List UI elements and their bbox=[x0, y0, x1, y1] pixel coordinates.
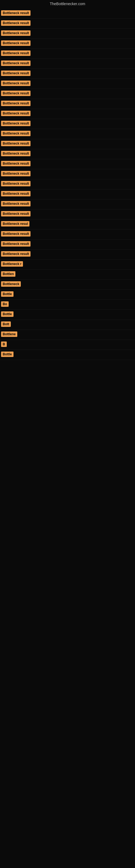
bottleneck-row: Bottleneck resul bbox=[0, 219, 135, 229]
bottleneck-badge[interactable]: Bottleneck result bbox=[1, 191, 31, 196]
bottleneck-row: Bottleneck result bbox=[0, 39, 135, 49]
bottleneck-badge[interactable]: Bottleneck result bbox=[1, 91, 31, 96]
bottleneck-row: Bottleneck result bbox=[0, 49, 135, 59]
bottleneck-row: Bottleneck result bbox=[0, 109, 135, 119]
bottleneck-badge[interactable]: Bottleneck result bbox=[1, 201, 31, 207]
bottleneck-row: Bottleneck result bbox=[0, 199, 135, 209]
bottleneck-row: B bbox=[0, 340, 135, 350]
bottleneck-badge[interactable]: Bottleneck result bbox=[1, 171, 31, 176]
bottleneck-row: Bottleneck result bbox=[0, 139, 135, 149]
bottleneck-row: Bottleneck result bbox=[0, 209, 135, 219]
bottleneck-row: Bottlene bbox=[0, 330, 135, 340]
bottleneck-row: Bottlen bbox=[0, 270, 135, 280]
bottleneck-badge[interactable]: Bottleneck result bbox=[1, 81, 31, 86]
bottleneck-row: Bottleneck result bbox=[0, 240, 135, 250]
bottleneck-badge[interactable]: Bottleneck result bbox=[1, 111, 31, 116]
bottleneck-row: Bottleneck result bbox=[0, 189, 135, 199]
bottleneck-row: Bottleneck result bbox=[0, 59, 135, 69]
bottleneck-badge[interactable]: Bottleneck r bbox=[1, 261, 23, 267]
bottleneck-row: Bottleneck result bbox=[0, 250, 135, 259]
site-title-wrapper: TheBottlenecker.com bbox=[0, 0, 135, 9]
bottleneck-badge[interactable]: Bottleneck result bbox=[1, 101, 31, 106]
bottleneck-row: Bottleneck r bbox=[0, 259, 135, 270]
bottleneck-row: Bottleneck result bbox=[0, 229, 135, 240]
bottleneck-row: Bottleneck result bbox=[0, 149, 135, 159]
bottleneck-badge[interactable]: Bottle bbox=[1, 351, 13, 357]
bottleneck-badge[interactable]: Bottlene bbox=[1, 332, 17, 337]
bottleneck-row: Bottleneck result bbox=[0, 29, 135, 39]
bottleneck-row: Bott bbox=[0, 320, 135, 330]
bottleneck-badge[interactable]: Bottleneck bbox=[1, 281, 21, 287]
bottleneck-badge[interactable]: Bottleneck result bbox=[1, 131, 31, 136]
bottleneck-badge[interactable]: Bottleneck result bbox=[1, 211, 31, 216]
bottleneck-badge[interactable]: Bottle bbox=[1, 311, 13, 317]
bottleneck-badge[interactable]: Bottlen bbox=[1, 271, 15, 277]
bottleneck-badge[interactable]: Bottleneck result bbox=[1, 231, 31, 237]
site-title: TheBottlenecker.com bbox=[0, 0, 135, 9]
bottleneck-badge[interactable]: Bottleneck result bbox=[1, 40, 31, 46]
bottleneck-badge[interactable]: Bott bbox=[1, 321, 11, 327]
bottleneck-row: Bottleneck result bbox=[0, 9, 135, 19]
bottleneck-badge[interactable]: Bottleneck result bbox=[1, 10, 31, 16]
bottleneck-badge[interactable]: Bottle bbox=[1, 291, 13, 297]
bottleneck-row: Bottleneck result bbox=[0, 159, 135, 169]
rows-container: Bottleneck resultBottleneck resultBottle… bbox=[0, 9, 135, 360]
bottleneck-badge[interactable]: Bottleneck result bbox=[1, 30, 31, 36]
bottleneck-row: Bottle bbox=[0, 290, 135, 300]
bottleneck-row: Bottleneck result bbox=[0, 119, 135, 129]
bottleneck-row: Bottle bbox=[0, 350, 135, 360]
bottleneck-row: Bottleneck result bbox=[0, 19, 135, 29]
bottleneck-badge[interactable]: Bottleneck result bbox=[1, 161, 31, 166]
bottleneck-row: Bottleneck result bbox=[0, 69, 135, 79]
bottleneck-row: Bottleneck result bbox=[0, 79, 135, 89]
bottleneck-row: Bottleneck result bbox=[0, 99, 135, 109]
bottleneck-row: Bottleneck bbox=[0, 280, 135, 290]
bottleneck-badge[interactable]: Bottleneck result bbox=[1, 51, 31, 56]
bottleneck-badge[interactable]: Bottleneck result bbox=[1, 241, 31, 247]
bottleneck-row: Bottleneck result bbox=[0, 179, 135, 189]
bottleneck-row: Bottleneck result bbox=[0, 169, 135, 179]
bottleneck-row: Bottleneck result bbox=[0, 129, 135, 139]
bottleneck-row: Bottle bbox=[0, 310, 135, 320]
bottleneck-badge[interactable]: Bottleneck resul bbox=[1, 221, 30, 226]
bottleneck-badge[interactable]: Bottleneck result bbox=[1, 70, 31, 76]
bottleneck-badge[interactable]: Bottleneck result bbox=[1, 151, 31, 156]
bottleneck-row: Bo bbox=[0, 300, 135, 310]
bottleneck-badge[interactable]: Bottleneck result bbox=[1, 141, 31, 146]
bottleneck-badge[interactable]: Bottleneck result bbox=[1, 251, 31, 257]
bottleneck-badge[interactable]: Bottleneck result bbox=[1, 121, 31, 126]
bottleneck-badge[interactable]: B bbox=[1, 341, 7, 347]
bottleneck-badge[interactable]: Bo bbox=[1, 301, 9, 307]
bottleneck-badge[interactable]: Bottleneck result bbox=[1, 20, 31, 26]
bottleneck-row: Bottleneck result bbox=[0, 89, 135, 99]
bottleneck-badge[interactable]: Bottleneck result bbox=[1, 61, 31, 66]
bottleneck-badge[interactable]: Bottleneck result bbox=[1, 181, 31, 186]
